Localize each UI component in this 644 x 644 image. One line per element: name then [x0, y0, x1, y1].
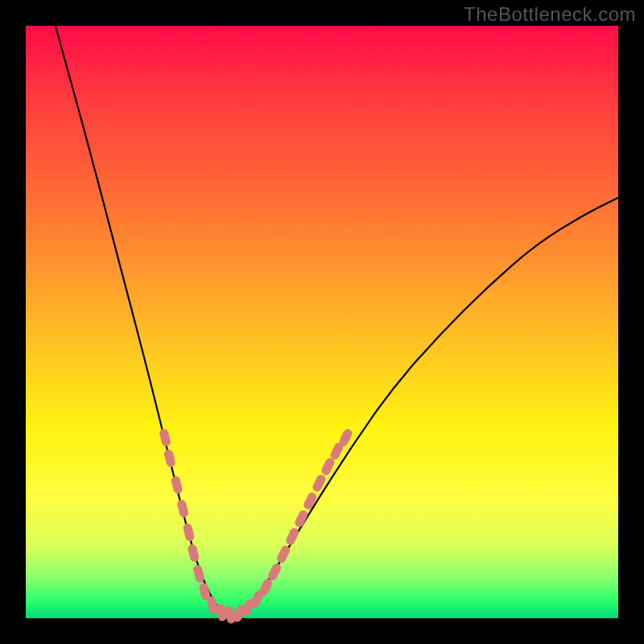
curve-marker — [176, 499, 189, 518]
bottleneck-curve-line — [56, 26, 618, 617]
watermark-text: TheBottleneck.com — [464, 3, 636, 26]
curve-markers — [159, 427, 353, 624]
curve-marker — [187, 543, 200, 563]
curve-marker — [284, 526, 300, 547]
curve-marker — [163, 448, 176, 468]
curve-marker — [192, 564, 205, 584]
curve-marker — [159, 428, 171, 448]
curve-marker — [182, 522, 195, 542]
chart-frame: TheBottleneck.com — [0, 0, 644, 644]
curve-marker — [303, 491, 319, 511]
bottleneck-curve-svg — [26, 26, 618, 618]
curve-marker — [171, 475, 184, 494]
plot-area — [26, 26, 618, 618]
